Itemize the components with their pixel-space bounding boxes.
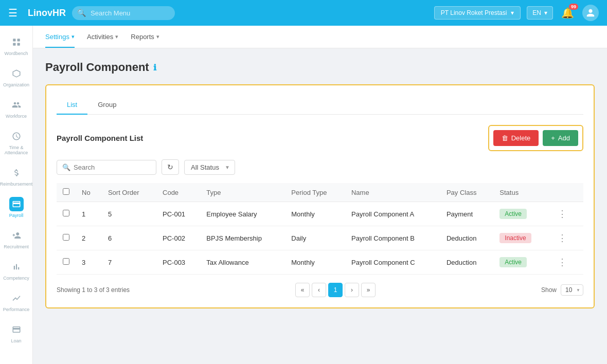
cell-no: 1 (76, 202, 102, 226)
cell-status: Active (493, 202, 548, 226)
tabs: List Group (57, 96, 583, 115)
table-search-input[interactable] (74, 163, 151, 171)
lang-selector[interactable]: EN ▾ (527, 6, 553, 20)
tab-list[interactable]: List (57, 96, 87, 115)
cell-pay-class: Payment (440, 202, 493, 226)
svg-rect-1 (17, 39, 20, 41)
user-avatar[interactable] (582, 5, 599, 21)
row-checkbox[interactable] (63, 210, 69, 216)
sidebar-item-workforce[interactable]: Workforce (0, 93, 32, 124)
subnav-reports-arrow: ▾ (156, 33, 159, 40)
col-period-type: Period Type (285, 183, 345, 202)
status-filter[interactable]: All Status Active Inactive (184, 160, 235, 175)
col-status: Status (493, 183, 548, 202)
subnav: Settings ▾ Activities ▾ Reports ▾ (33, 26, 607, 48)
show-select-wrap: 10 25 50 (561, 284, 583, 296)
cell-status: Active (493, 250, 548, 275)
main-card: List Group Payroll Component List 🗑 Dele… (45, 84, 595, 308)
status-filter-wrap: All Status Active Inactive (184, 160, 235, 175)
subnav-settings[interactable]: Settings ▾ (45, 26, 75, 48)
sidebar-item-competency[interactable]: Competency (0, 254, 32, 286)
add-button[interactable]: + Add (543, 130, 578, 146)
trash-icon: 🗑 (502, 134, 508, 142)
cell-type: BPJS Membership (200, 226, 285, 250)
cell-sort-order: 5 (102, 202, 156, 226)
sidebar-label-workforce: Workforce (6, 114, 27, 119)
sidebar-item-reimbursement[interactable]: Reimbursement (0, 160, 32, 192)
delete-button[interactable]: 🗑 Delete (493, 130, 539, 146)
sidebar: Wordbench Organization Workforce Time & … (0, 26, 33, 364)
cell-type: Tax Allowance (200, 250, 285, 275)
cell-period-type: Monthly (285, 250, 345, 275)
status-badge: Inactive (499, 233, 531, 243)
org-name: PT Linov Roket Prestasi (441, 9, 507, 16)
sidebar-item-payroll[interactable]: Payroll (0, 192, 32, 223)
row-checkbox[interactable] (63, 234, 69, 241)
subnav-reports-label: Reports (131, 33, 154, 41)
subnav-activities[interactable]: Activities ▾ (87, 26, 118, 48)
table-row: 1 5 PC-001 Employee Salary Monthly Payro… (57, 202, 583, 226)
cell-period-type: Monthly (285, 202, 345, 226)
prev-page-btn[interactable]: ‹ (312, 283, 326, 297)
refresh-button[interactable]: ↻ (162, 159, 179, 175)
select-all-checkbox[interactable] (63, 188, 69, 195)
pagination-wrap: Showing 1 to 3 of 3 entries « ‹ 1 › » Sh… (57, 283, 583, 297)
sidebar-label-payroll: Payroll (9, 213, 24, 218)
menu-icon[interactable]: ☰ (8, 7, 17, 19)
search-input[interactable] (72, 6, 175, 20)
sidebar-item-organization[interactable]: Organization (0, 61, 32, 93)
cell-period-type: Daily (285, 226, 345, 250)
col-no: No (76, 183, 102, 202)
topbar: ☰ LinovHR 🔍 PT Linov Roket Prestasi ▾ EN… (0, 0, 607, 26)
svg-rect-3 (17, 43, 20, 46)
sidebar-item-loan[interactable]: Loan (0, 317, 32, 349)
cell-pay-class: Deduction (440, 250, 493, 275)
page-title: Payroll Component ℹ (45, 61, 595, 74)
sidebar-label-workbench: Wordbench (5, 51, 28, 56)
col-sort-order: Sort Order (102, 183, 156, 202)
main-wrap: Wordbench Organization Workforce Time & … (0, 26, 607, 364)
sidebar-item-performance[interactable]: Performance (0, 286, 32, 317)
cell-pay-class: Deduction (440, 226, 493, 250)
row-action-btn[interactable]: ⋮ (555, 256, 570, 269)
table-body: 1 5 PC-001 Employee Salary Monthly Payro… (57, 202, 583, 275)
cell-name: Payroll Component B (345, 226, 440, 250)
next-page-btn[interactable]: › (345, 283, 359, 297)
cell-name: Payroll Component A (345, 202, 440, 226)
first-page-btn[interactable]: « (295, 283, 310, 297)
row-action-btn[interactable]: ⋮ (555, 231, 570, 245)
org-dropdown-icon: ▾ (511, 9, 514, 16)
row-checkbox-cell (57, 226, 76, 250)
tab-group[interactable]: Group (87, 96, 127, 115)
cell-no: 2 (76, 226, 102, 250)
content-area: Settings ▾ Activities ▾ Reports ▾ Payrol… (33, 26, 607, 364)
search-box-icon: 🔍 (62, 163, 70, 171)
sidebar-label-recruitment: Recruitment (4, 244, 29, 249)
page-1-btn[interactable]: 1 (328, 283, 343, 297)
row-checkbox[interactable] (63, 258, 69, 265)
cell-action: ⋮ (548, 250, 583, 275)
cell-code: PC-001 (156, 202, 200, 226)
sidebar-item-workbench[interactable]: Wordbench (0, 30, 32, 61)
cell-type: Employee Salary (200, 202, 285, 226)
info-icon[interactable]: ℹ (153, 63, 156, 72)
show-count-select[interactable]: 10 25 50 (561, 284, 583, 296)
subnav-activities-label: Activities (87, 33, 113, 41)
subnav-reports[interactable]: Reports ▾ (131, 26, 159, 48)
cell-no: 3 (76, 250, 102, 275)
sidebar-item-time[interactable]: Time & Attendance (0, 124, 32, 160)
sidebar-item-recruitment[interactable]: Recruitment (0, 223, 32, 254)
notification-bell[interactable]: 🔔 99 (561, 7, 574, 19)
org-selector[interactable]: PT Linov Roket Prestasi ▾ (434, 6, 521, 20)
header-checkbox-cell (57, 183, 76, 202)
toolbar: 🔍 ↻ All Status Active Inactive (57, 159, 583, 175)
header-buttons: 🗑 Delete + Add (488, 125, 583, 151)
row-action-btn[interactable]: ⋮ (555, 207, 570, 221)
plus-icon: + (551, 134, 555, 142)
cell-sort-order: 6 (102, 226, 156, 250)
subnav-settings-arrow: ▾ (72, 33, 75, 40)
notification-badge: 99 (569, 4, 578, 10)
search-box: 🔍 (57, 160, 156, 175)
last-page-btn[interactable]: » (361, 283, 376, 297)
search-icon: 🔍 (77, 9, 86, 17)
